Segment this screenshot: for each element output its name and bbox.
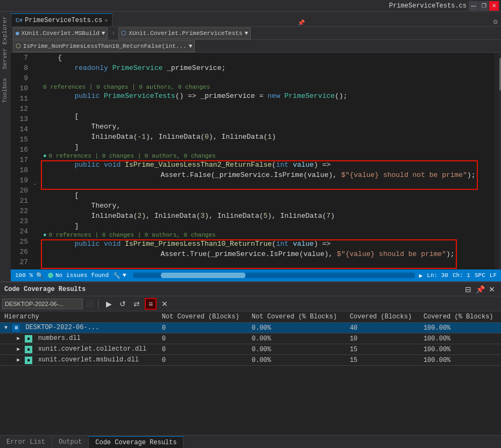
panel-pin-button[interactable]: 📌 — [475, 285, 485, 294]
toolbar-run-button[interactable]: ▶ — [103, 298, 115, 310]
row-hierarchy: ▼ 🖥 DESKTOP-2022-06-... — [0, 323, 158, 333]
code-line-15: ] — [41, 142, 495, 152]
toolbox-tab[interactable]: Toolbox — [0, 74, 11, 107]
expand-icon-1[interactable]: ▶ — [17, 335, 20, 342]
panel-collapse-button[interactable]: ⊟ — [463, 285, 473, 294]
line-18: 18 — [13, 165, 31, 175]
code-line-17: Assert.False(_primeService.IsPrime(value… — [41, 170, 495, 180]
restore-button[interactable]: ❐ — [479, 1, 489, 11]
build-dropdown[interactable]: ▼ — [123, 272, 126, 279]
col-not-covered-pct: Not Covered (% Blocks) — [248, 311, 345, 323]
scroll-right-arrow[interactable]: ▶ — [419, 272, 423, 279]
build-icon[interactable]: 🔧 — [113, 272, 121, 279]
code-line-25 — [41, 259, 495, 269]
panel-close-button[interactable]: ✕ — [487, 285, 497, 294]
toolbar-export-button[interactable]: ⇄ — [131, 298, 143, 310]
main-layout: Server Explorer Toolbox C# PrimeServiceT… — [0, 12, 501, 281]
coverage-table: Hierarchy Not Covered (Blocks) Not Cover… — [0, 311, 501, 366]
tab-error-list[interactable]: Error List — [0, 436, 52, 448]
code-line-8: readonly PrimeService _primeService; — [41, 63, 495, 73]
editor-area: C# PrimeServiceTests.cs ✕ 📌 ⚙ ◉ XUnit.Co… — [11, 12, 501, 281]
expand-icon-2[interactable]: ▶ — [17, 346, 20, 352]
method-name: IsPrime_NonPrimesLessThan10_ReturnFalse(… — [23, 43, 187, 49]
cg-16[interactable]: – — [33, 179, 41, 189]
cg-23-ref — [33, 251, 41, 268]
status-bar: 100 % 🔍 No issues found 🔧 ▼ ▶ Ln: 30 Ch:… — [11, 269, 501, 281]
minimize-button[interactable]: — — [469, 1, 478, 11]
row-not-pct-2: 0.00% — [248, 344, 345, 355]
project-dropdown[interactable]: ◉ XUnit.Coverlet.MSBuild ▼ — [13, 27, 108, 39]
cg-18 — [33, 200, 41, 210]
row-not-pct-0: 0.00% — [248, 323, 345, 333]
table-row[interactable]: ▶ ■ xunit.coverlet.msbuild.dll 0 0.00% 1… — [0, 355, 501, 366]
code-lines: { readonly PrimeService _primeService; 0… — [41, 53, 495, 269]
zoom-level: 100 % — [15, 272, 33, 279]
cg-23[interactable]: – — [33, 268, 41, 269]
tab-label: PrimeServiceTests.cs — [25, 17, 102, 24]
code-line-9 — [41, 73, 495, 83]
h-scrollbar[interactable] — [133, 273, 415, 278]
cg-9 — [33, 73, 41, 83]
toolbar-clear-button[interactable]: ✕ — [159, 298, 171, 310]
row-pct-2: 100.00% — [419, 344, 501, 355]
line-14: 14 — [13, 124, 31, 134]
tab-output[interactable]: Output — [52, 436, 89, 448]
row-pct-1: 100.00% — [419, 333, 501, 344]
row-hierarchy-2: ▶ ■ xunit.coverlet.collector.dll — [0, 344, 158, 355]
toolbar-color-indicator — [86, 300, 94, 308]
expand-icon-0[interactable]: ▼ — [4, 325, 8, 331]
cg-8 — [33, 63, 41, 73]
code-line-10: public PrimeServiceTests() => _primeServ… — [41, 91, 495, 101]
panel-toolbar: ▶ ↺ ⇄ ≡ ✕ — [0, 296, 501, 311]
code-content: { readonly PrimeService _primeService; 0… — [41, 53, 495, 269]
coverage-search-input[interactable] — [2, 298, 83, 309]
tab-code-coverage[interactable]: Code Coverage Results — [89, 436, 184, 448]
table-row[interactable]: ▶ ■ xunit.coverlet.collector.dll 0 0.00%… — [0, 344, 501, 355]
cg-13 — [33, 131, 41, 141]
line-21: 21 — [13, 196, 31, 206]
desktop-icon: 🖥 — [12, 324, 20, 332]
minimap-scrollbar[interactable] — [495, 53, 501, 269]
cg-10-ref — [33, 83, 41, 101]
nav-sep-1: › — [110, 29, 116, 37]
tab-settings-button[interactable]: ⚙ — [490, 17, 501, 26]
tab-primeserivetests[interactable]: C# PrimeServiceTests.cs ✕ — [11, 13, 112, 26]
tab-close-button[interactable]: ✕ — [104, 17, 108, 24]
toolbar-refresh-button[interactable]: ↺ — [117, 298, 129, 310]
expand-icon-3[interactable]: ▶ — [17, 357, 20, 363]
issues-text: No issues found — [55, 272, 109, 279]
collapse-gutter: – – — [33, 53, 41, 269]
cg-14 — [33, 141, 41, 152]
bottom-tab-bar: Error List Output Code Coverage Results — [0, 435, 501, 448]
dll-icon-1: ■ — [25, 335, 32, 343]
row-cov-1: 10 — [345, 333, 419, 344]
title-bar-filename: PrimeServiceTests.cs — [389, 2, 467, 10]
ref-info-16: ● 0 references | 0 changes | 0 authors, … — [41, 152, 495, 160]
tab-error-list-label: Error List — [6, 438, 45, 446]
line-19: 19 — [13, 175, 31, 186]
close-button[interactable]: ✕ — [489, 1, 499, 11]
method-icon: ⬡ — [16, 42, 21, 49]
row-pct-3: 100.00% — [419, 355, 501, 366]
collapse-16-icon[interactable]: – — [33, 181, 37, 187]
zoom-icon[interactable]: 🔍 — [36, 272, 44, 279]
line-9: 9 — [13, 73, 31, 83]
col-hierarchy: Hierarchy — [0, 311, 158, 323]
tab-pin-button[interactable]: 📌 — [295, 19, 307, 26]
table-row[interactable]: ▼ 🖥 DESKTOP-2022-06-... 0 0.00% 40 100.0… — [0, 323, 501, 333]
cg-20 — [33, 220, 41, 230]
cg-15 — [33, 152, 41, 162]
title-bar-buttons: — ❐ ✕ — [469, 1, 499, 11]
code-line-22: ] — [41, 221, 495, 231]
toolbar-view-button[interactable]: ≡ — [145, 298, 157, 310]
h-scrollbar-thumb[interactable] — [161, 273, 245, 278]
line-10: 10 — [13, 83, 31, 94]
class-dropdown[interactable]: ⬡ XUnit.Coverlet.PrimeServiceTests ▼ — [118, 27, 251, 39]
method-dropdown[interactable]: ⬡ IsPrime_NonPrimesLessThan10_ReturnFals… — [13, 40, 195, 52]
table-row[interactable]: ▶ ■ numbers.dll 0 0.00% 10 100.00% — [0, 333, 501, 344]
cg-11 — [33, 111, 41, 121]
code-line-7: { — [41, 53, 495, 63]
code-line-14: InlineData(-1), InlineData(0), InlineDat… — [41, 132, 495, 142]
server-explorer-tab[interactable]: Server Explorer — [0, 12, 11, 74]
line-13: 13 — [13, 114, 31, 124]
